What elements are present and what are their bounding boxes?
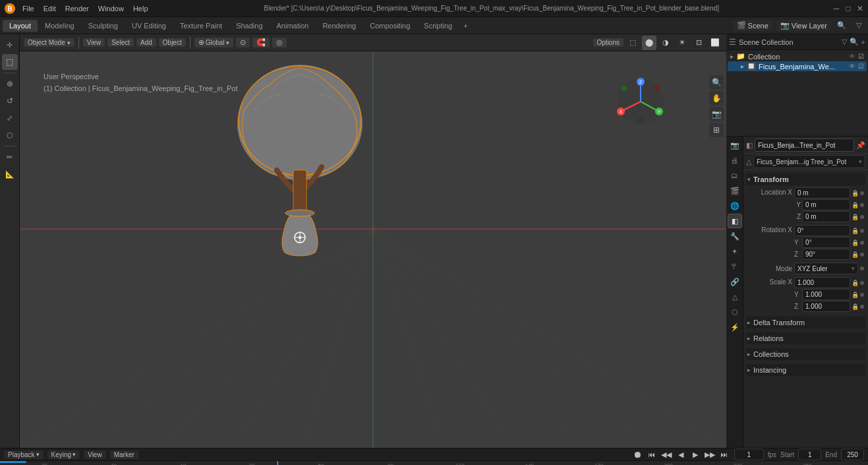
tab-sculpting[interactable]: Sculpting bbox=[82, 20, 125, 32]
scale-x-lock[interactable]: 🔒 bbox=[852, 280, 859, 286]
end-frame-input[interactable]: 250 bbox=[841, 449, 864, 460]
loc-x-lock[interactable]: 🔒 bbox=[852, 190, 859, 197]
viewport-view-btn[interactable]: View bbox=[83, 38, 105, 47]
transform-header[interactable]: ▾ Transform bbox=[746, 173, 865, 185]
prop-icon-constraints[interactable]: 🔗 bbox=[728, 274, 742, 289]
navigation-gizmo[interactable]: Z X Y bbox=[614, 75, 667, 128]
rendered-btn[interactable]: ☀ bbox=[675, 36, 689, 50]
loc-z-lock[interactable]: 🔒 bbox=[852, 214, 859, 220]
view-layer-selector[interactable]: 📷 View Layer bbox=[776, 20, 831, 31]
tab-add[interactable]: + bbox=[459, 20, 471, 32]
ficus-visible-btn[interactable]: 👁 bbox=[849, 63, 855, 70]
menu-window[interactable]: Window bbox=[94, 3, 128, 14]
prop-icon-modifier[interactable]: 🔧 bbox=[728, 229, 742, 243]
prop-icon-output[interactable]: 🖨 bbox=[728, 153, 742, 168]
scale-x-dot[interactable] bbox=[860, 281, 864, 285]
scale-y-lock[interactable]: 🔒 bbox=[852, 292, 859, 298]
loc-z-dot[interactable] bbox=[860, 215, 864, 219]
rot-z-dot[interactable] bbox=[860, 253, 864, 257]
tab-texture-paint[interactable]: Texture Paint bbox=[173, 20, 229, 32]
grid-btn[interactable]: ⊞ bbox=[709, 123, 724, 137]
blender-logo[interactable]: B bbox=[3, 1, 17, 16]
cursor-tool[interactable]: ✛ bbox=[2, 37, 18, 53]
measure-tool[interactable]: 📐 bbox=[2, 166, 18, 182]
start-frame-input[interactable]: 1 bbox=[798, 449, 821, 460]
jump-start-btn[interactable]: ⏮ bbox=[646, 449, 658, 460]
prop-icon-material[interactable]: ⬡ bbox=[728, 305, 742, 319]
viewport-3d[interactable]: Object Mode ▾ View Select Add Object ⊕ G… bbox=[20, 34, 726, 448]
mode-dot[interactable] bbox=[860, 266, 864, 270]
menu-help[interactable]: Help bbox=[129, 3, 152, 14]
viewport-canvas[interactable]: User Perspective (1) Collection | Ficus_… bbox=[20, 51, 726, 448]
outliner-add-btn[interactable]: + bbox=[861, 38, 865, 46]
playback-btn[interactable]: Playback ▾ bbox=[4, 450, 43, 459]
tab-shading[interactable]: Shading bbox=[229, 20, 269, 32]
prop-icon-world[interactable]: 🌐 bbox=[728, 199, 742, 213]
tab-animation[interactable]: Animation bbox=[270, 20, 316, 32]
timeline-scrubber[interactable]: -70 -40 -10 20 50 80 110 140 170 200 230… bbox=[0, 460, 868, 465]
tab-scripting[interactable]: Scripting bbox=[417, 20, 459, 32]
play-btn[interactable]: ▶ bbox=[689, 449, 701, 460]
rot-x-lock[interactable]: 🔒 bbox=[852, 228, 859, 234]
outliner-row-collection[interactable]: ▸ 📁 Collection 👁 ☑ bbox=[728, 51, 867, 61]
pivot-btn[interactable]: ⊙ bbox=[236, 38, 250, 47]
prop-icon-particles[interactable]: ✦ bbox=[728, 244, 742, 259]
prop-icon-data[interactable]: △ bbox=[728, 290, 742, 304]
select-box-tool[interactable]: ⬚ bbox=[2, 54, 18, 70]
prev-frame-btn[interactable]: ◀ bbox=[675, 449, 687, 460]
loc-x-dot[interactable] bbox=[860, 191, 864, 195]
snap-btn[interactable]: 🧲 bbox=[252, 38, 270, 47]
rot-x-dot[interactable] bbox=[860, 229, 864, 233]
viewport-object-btn[interactable]: Object bbox=[159, 38, 186, 47]
viewport-select-btn[interactable]: Select bbox=[107, 38, 134, 47]
global-search-btn[interactable]: 🔍 bbox=[835, 19, 848, 32]
object-name-input[interactable] bbox=[755, 139, 854, 152]
prop-icon-physics[interactable]: 〒 bbox=[728, 259, 742, 274]
mesh-select-btn[interactable]: Ficus_Benjam...ig Tree_in_Pot ▾ bbox=[753, 155, 865, 168]
scale-y-field[interactable]: 1.000 bbox=[802, 289, 850, 300]
loc-y-lock[interactable]: 🔒 bbox=[852, 202, 859, 208]
proportional-btn[interactable]: ◎ bbox=[272, 38, 287, 47]
tab-rendering[interactable]: Rendering bbox=[316, 20, 362, 32]
move-tool[interactable]: ⊕ bbox=[2, 76, 18, 92]
tab-modeling[interactable]: Modeling bbox=[38, 20, 81, 32]
outliner-filter-btn[interactable]: ▽ bbox=[842, 38, 847, 46]
scale-tool[interactable]: ⤢ bbox=[2, 110, 18, 126]
menu-edit[interactable]: Edit bbox=[40, 3, 60, 14]
window-close[interactable]: ✕ bbox=[855, 3, 865, 14]
wireframe-btn[interactable]: ⬚ bbox=[625, 36, 640, 50]
tab-layout[interactable]: Layout bbox=[3, 20, 38, 32]
mode-select-btn[interactable]: XYZ Euler ▾ bbox=[794, 263, 858, 274]
rot-y-field[interactable]: 0° bbox=[802, 237, 850, 248]
solid-btn[interactable]: ⬤ bbox=[642, 36, 656, 50]
loc-z-field[interactable]: 0 m bbox=[802, 211, 850, 222]
scene-selector[interactable]: 🎬 Scene bbox=[733, 20, 772, 31]
rot-z-field[interactable]: 90° bbox=[802, 249, 850, 260]
annotate-tool[interactable]: ✏ bbox=[2, 149, 18, 165]
view-btn[interactable]: View bbox=[84, 450, 106, 459]
prop-icon-scene[interactable]: 🎬 bbox=[728, 183, 742, 198]
camera-btn[interactable]: 📷 bbox=[709, 107, 724, 121]
filter-btn[interactable]: ▽ bbox=[852, 19, 865, 32]
jump-end-btn[interactable]: ⏭ bbox=[718, 449, 730, 460]
scale-z-dot[interactable] bbox=[860, 305, 864, 309]
prop-icon-render[interactable]: 📷 bbox=[728, 138, 742, 152]
grab-hand-btn[interactable]: ✋ bbox=[709, 91, 724, 106]
outliner-search-icon[interactable]: 🔍 bbox=[850, 38, 859, 46]
transform-tool[interactable]: ⬡ bbox=[2, 127, 18, 143]
lookdev-btn[interactable]: ◑ bbox=[658, 36, 673, 50]
collections-header[interactable]: ▸ Collections bbox=[746, 348, 865, 360]
object-mode-btn[interactable]: Object Mode ▾ bbox=[24, 38, 74, 47]
tab-compositing[interactable]: Compositing bbox=[363, 20, 417, 32]
rot-z-lock[interactable]: 🔒 bbox=[852, 251, 859, 258]
scale-z-field[interactable]: 1.000 bbox=[802, 301, 850, 312]
menu-render[interactable]: Render bbox=[61, 3, 93, 14]
delta-transform-header[interactable]: ▸ Delta Transform bbox=[746, 317, 865, 328]
collection-checkbox[interactable]: ☑ bbox=[858, 53, 864, 60]
tab-uv-editing[interactable]: UV Editing bbox=[125, 20, 173, 32]
prev-keyframe-btn[interactable]: ◀◀ bbox=[660, 449, 672, 460]
prop-icon-shaderfx[interactable]: ⚡ bbox=[728, 320, 742, 334]
window-maximize[interactable]: □ bbox=[843, 3, 854, 14]
outliner-row-ficus[interactable]: ▸ 🔲 Ficus_Benjamina_We... 👁 ☑ bbox=[728, 61, 867, 71]
frame-counter[interactable]: 1 bbox=[734, 449, 764, 460]
